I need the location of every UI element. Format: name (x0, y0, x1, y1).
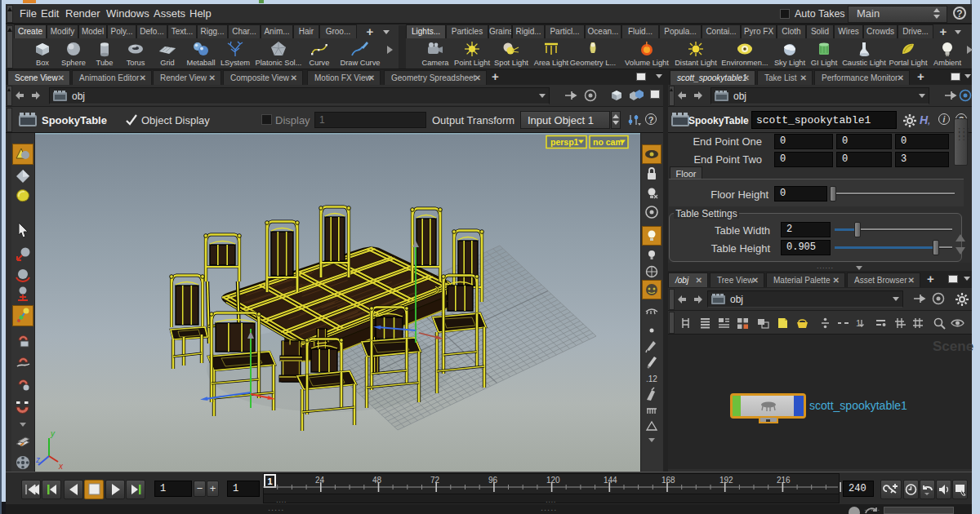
svg-text:no cam: no cam (593, 137, 623, 147)
svg-text:.12: .12 (646, 374, 657, 383)
svg-text:x: x (58, 462, 64, 471)
svg-text:persp1: persp1 (550, 137, 579, 147)
svg-text:1: 1 (856, 318, 861, 328)
svg-text:z: z (35, 455, 40, 464)
svg-text:y: y (50, 429, 56, 438)
